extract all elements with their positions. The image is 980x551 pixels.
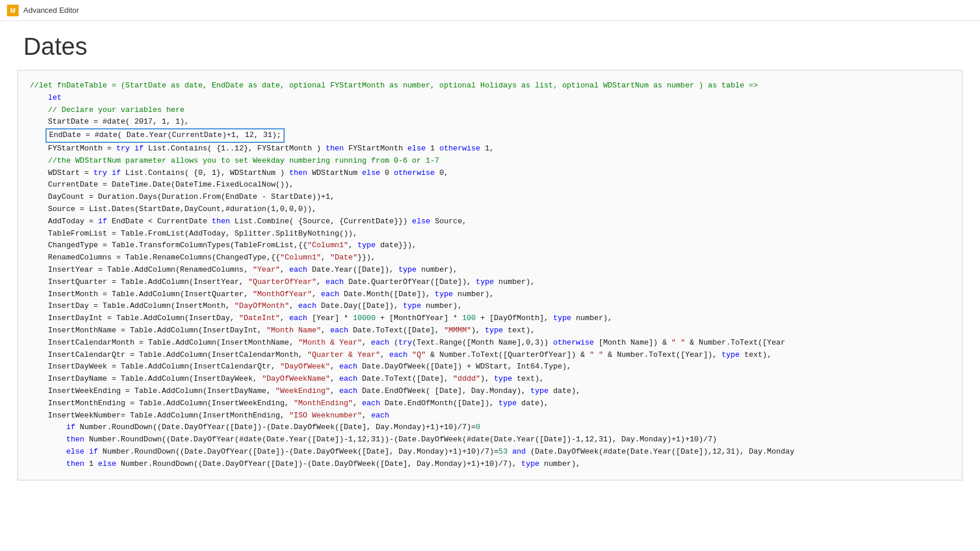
code-editor[interactable]: //let fnDateTable = (StartDate as date, …: [18, 70, 963, 480]
code-content: //let fnDateTable = (StartDate as date, …: [30, 80, 950, 471]
page-title: Dates: [0, 21, 980, 70]
title-bar: M Advanced Editor: [0, 0, 980, 21]
svg-text:M: M: [10, 7, 15, 14]
app-icon: M: [7, 5, 19, 16]
window-title: Advanced Editor: [23, 6, 79, 15]
